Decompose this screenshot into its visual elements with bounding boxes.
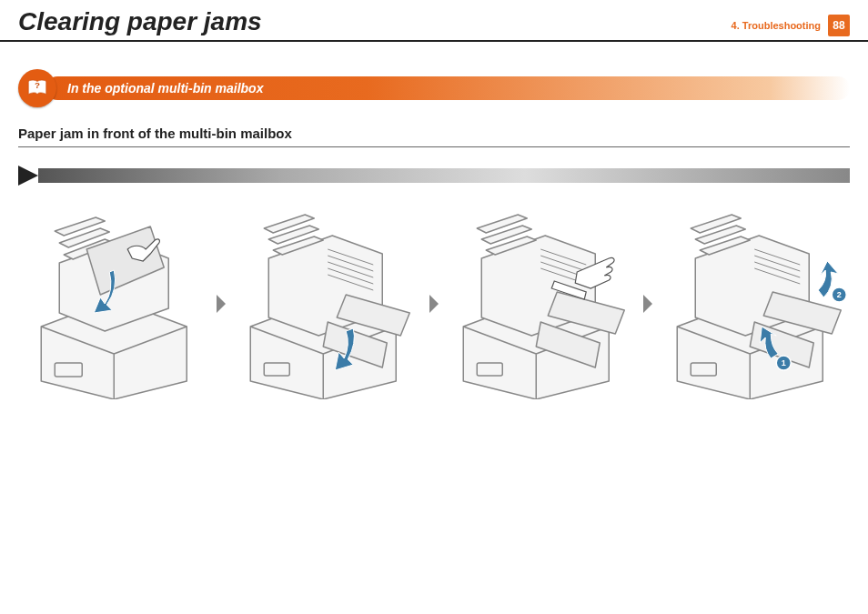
svg-rect-1 (55, 363, 82, 377)
step-3-illustration (445, 208, 637, 399)
chapter-label: 4. Troubleshooting (732, 20, 821, 31)
svg-rect-13 (691, 363, 716, 376)
step-2-illustration (232, 208, 424, 399)
step-separator-icon (642, 295, 653, 313)
subsection-heading: Paper jam in front of the multi-bin mail… (18, 126, 850, 147)
book-question-icon: ? (18, 69, 56, 107)
svg-rect-8 (477, 363, 502, 376)
page-header: Clearing paper jams 4. Troubleshooting 8… (0, 0, 868, 42)
page-number-badge: 88 (828, 15, 850, 36)
section-heading-bar: ? In the optional multi-bin mailbox (18, 69, 850, 107)
header-right: 4. Troubleshooting 88 (732, 7, 850, 36)
svg-text:?: ? (35, 80, 40, 90)
svg-rect-2 (264, 363, 289, 376)
progress-arrow-bar (18, 166, 850, 186)
arrow-body (38, 168, 850, 183)
callout-2: 2 (836, 290, 841, 299)
page-title: Clearing paper jams (18, 7, 262, 36)
arrow-head-icon (18, 166, 38, 186)
step-1-illustration (18, 208, 210, 399)
step-separator-icon (216, 295, 227, 313)
step-separator-icon (429, 295, 439, 313)
callout-1: 1 (781, 358, 785, 367)
step-4-illustration: 2 1 (659, 208, 851, 399)
section-title: In the optional multi-bin mailbox (45, 76, 850, 100)
step-sequence: 2 1 (18, 208, 850, 399)
